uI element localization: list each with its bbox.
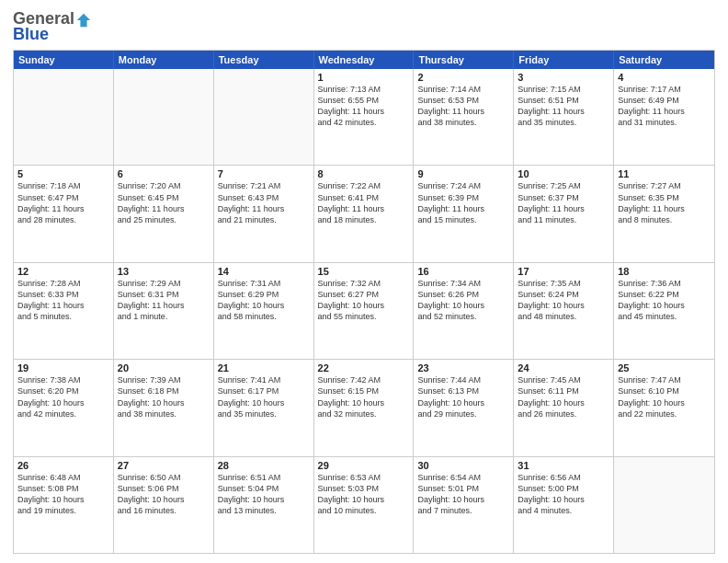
cell-info-line: Daylight: 10 hours (318, 397, 410, 408)
cell-info-line: and 4 minutes. (518, 505, 609, 516)
calendar-cell: 7Sunrise: 7:21 AMSunset: 6:43 PMDaylight… (214, 166, 314, 261)
cell-info-line: Daylight: 11 hours (218, 203, 310, 214)
cell-info-line: Daylight: 11 hours (618, 203, 711, 214)
calendar-cell: 8Sunrise: 7:22 AMSunset: 6:41 PMDaylight… (314, 166, 415, 261)
cell-info-line: Sunrise: 7:34 AM (417, 278, 509, 289)
cell-info-line: Sunrise: 7:20 AM (118, 180, 210, 191)
day-number: 14 (218, 266, 310, 277)
cell-info-line: Daylight: 10 hours (318, 300, 410, 311)
logo: General Blue (13, 9, 92, 44)
calendar-cell: 30Sunrise: 6:54 AMSunset: 5:01 PMDayligh… (414, 457, 514, 553)
cell-info-line: Sunrise: 7:38 AM (17, 374, 109, 385)
cell-info-line: Sunset: 6:55 PM (318, 95, 410, 106)
calendar-cell: 6Sunrise: 7:20 AMSunset: 6:45 PMDaylight… (114, 166, 214, 261)
cell-info-line: Daylight: 10 hours (118, 494, 210, 505)
calendar-row-5: 26Sunrise: 6:48 AMSunset: 5:08 PMDayligh… (14, 456, 714, 553)
calendar-cell: 15Sunrise: 7:32 AMSunset: 6:27 PMDayligh… (314, 263, 415, 359)
cell-info-line: Sunset: 6:27 PM (318, 289, 410, 300)
day-number: 24 (518, 362, 609, 373)
cell-info-line: Sunset: 6:41 PM (318, 192, 410, 203)
cell-info-line: and 32 minutes. (318, 408, 410, 419)
cell-info-line: Sunrise: 6:50 AM (118, 472, 210, 483)
cell-info-line: Sunset: 5:03 PM (318, 483, 410, 494)
cell-info-line: and 5 minutes. (17, 311, 109, 322)
cell-info-line: Sunset: 6:43 PM (218, 192, 310, 203)
cell-info-line: and 15 minutes. (417, 214, 509, 225)
cell-info-line: Sunrise: 6:56 AM (518, 472, 609, 483)
day-number: 21 (218, 362, 310, 373)
cell-info-line: Daylight: 10 hours (118, 397, 210, 408)
cell-info-line: Daylight: 11 hours (118, 203, 210, 214)
day-number: 23 (417, 362, 509, 373)
calendar-cell: 9Sunrise: 7:24 AMSunset: 6:39 PMDaylight… (414, 166, 514, 261)
calendar-cell (214, 69, 314, 165)
day-number: 17 (518, 266, 609, 277)
cell-info-line: Daylight: 11 hours (417, 203, 509, 214)
cell-info-line: Sunset: 6:45 PM (118, 192, 210, 203)
cell-info-line: Daylight: 10 hours (518, 494, 609, 505)
day-number: 8 (318, 168, 410, 179)
cell-info-line: Daylight: 10 hours (618, 397, 711, 408)
calendar-cell: 27Sunrise: 6:50 AMSunset: 5:06 PMDayligh… (114, 457, 214, 553)
day-number: 31 (518, 460, 609, 471)
cell-info-line: Sunrise: 7:35 AM (518, 278, 609, 289)
cell-info-line: Sunrise: 7:47 AM (618, 374, 711, 385)
cell-info-line: and 13 minutes. (218, 505, 310, 516)
calendar-cell: 18Sunrise: 7:36 AMSunset: 6:22 PMDayligh… (614, 263, 714, 359)
calendar-body: 1Sunrise: 7:13 AMSunset: 6:55 PMDaylight… (14, 69, 714, 553)
cell-info-line: Daylight: 10 hours (518, 397, 609, 408)
cell-info-line: Sunset: 6:20 PM (17, 385, 109, 396)
cell-info-line: Sunrise: 6:48 AM (17, 472, 109, 483)
cell-info-line: Sunset: 6:18 PM (118, 385, 210, 396)
calendar-cell: 24Sunrise: 7:45 AMSunset: 6:11 PMDayligh… (514, 360, 614, 455)
cell-info-line: Sunrise: 7:13 AM (318, 84, 410, 95)
cell-info-line: and 42 minutes. (17, 408, 109, 419)
cell-info-line: Sunrise: 7:29 AM (118, 278, 210, 289)
cell-info-line: and 18 minutes. (318, 214, 410, 225)
cell-info-line: Daylight: 11 hours (518, 106, 609, 117)
logo-blue-text: Blue (13, 25, 49, 44)
cell-info-line: Sunset: 6:49 PM (618, 95, 711, 106)
calendar-cell: 10Sunrise: 7:25 AMSunset: 6:37 PMDayligh… (514, 166, 614, 261)
weekday-header-thursday: Thursday (414, 51, 514, 69)
weekday-header-sunday: Sunday (14, 51, 114, 69)
cell-info-line: Sunrise: 7:31 AM (218, 278, 310, 289)
day-number: 12 (17, 266, 109, 277)
cell-info-line: Sunrise: 7:21 AM (218, 180, 310, 191)
cell-info-line: Daylight: 11 hours (618, 106, 711, 117)
weekday-header-friday: Friday (514, 51, 614, 69)
calendar: SundayMondayTuesdayWednesdayThursdayFrid… (13, 50, 715, 554)
cell-info-line: and 55 minutes. (318, 311, 410, 322)
day-number: 19 (17, 362, 109, 373)
day-number: 28 (218, 460, 310, 471)
cell-info-line: Sunset: 6:15 PM (318, 385, 410, 396)
cell-info-line: Sunset: 6:22 PM (618, 289, 711, 300)
day-number: 30 (417, 460, 509, 471)
calendar-cell: 22Sunrise: 7:42 AMSunset: 6:15 PMDayligh… (314, 360, 415, 455)
cell-info-line: Daylight: 10 hours (417, 494, 509, 505)
calendar-cell: 21Sunrise: 7:41 AMSunset: 6:17 PMDayligh… (214, 360, 314, 455)
calendar-cell: 13Sunrise: 7:29 AMSunset: 6:31 PMDayligh… (114, 263, 214, 359)
calendar-cell: 4Sunrise: 7:17 AMSunset: 6:49 PMDaylight… (614, 69, 714, 165)
cell-info-line: Sunrise: 7:18 AM (17, 180, 109, 191)
cell-info-line: Sunset: 6:53 PM (417, 95, 509, 106)
cell-info-line: and 26 minutes. (518, 408, 609, 419)
cell-info-line: Sunset: 6:24 PM (518, 289, 609, 300)
cell-info-line: and 45 minutes. (618, 311, 711, 322)
calendar-cell: 20Sunrise: 7:39 AMSunset: 6:18 PMDayligh… (114, 360, 214, 455)
day-number: 22 (318, 362, 410, 373)
cell-info-line: Sunset: 6:39 PM (417, 192, 509, 203)
svg-marker-0 (77, 14, 90, 27)
calendar-cell: 28Sunrise: 6:51 AMSunset: 5:04 PMDayligh… (214, 457, 314, 553)
cell-info-line: Sunset: 5:00 PM (518, 483, 609, 494)
cell-info-line: and 38 minutes. (417, 117, 509, 128)
cell-info-line: and 52 minutes. (417, 311, 509, 322)
cell-info-line: Sunrise: 7:24 AM (417, 180, 509, 191)
weekday-header-wednesday: Wednesday (314, 51, 415, 69)
header: General Blue (13, 9, 715, 44)
cell-info-line: Daylight: 10 hours (218, 397, 310, 408)
cell-info-line: Sunrise: 7:27 AM (618, 180, 711, 191)
calendar-cell: 16Sunrise: 7:34 AMSunset: 6:26 PMDayligh… (414, 263, 514, 359)
day-number: 27 (118, 460, 210, 471)
cell-info-line: and 29 minutes. (417, 408, 509, 419)
